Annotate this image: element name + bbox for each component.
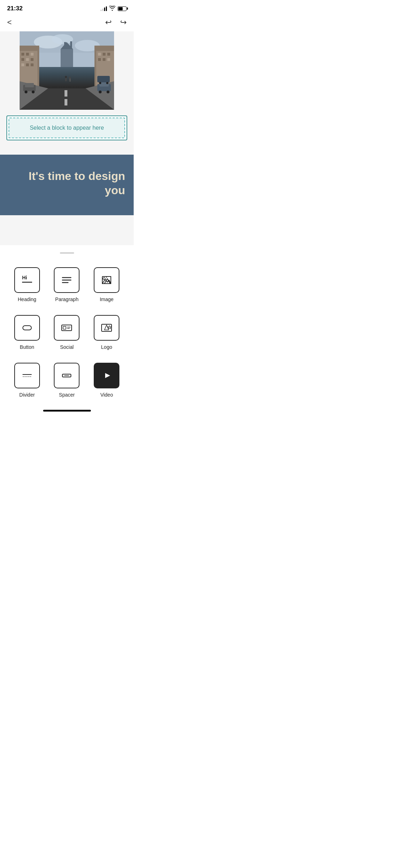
svg-rect-23 — [107, 58, 110, 61]
svg-rect-21 — [98, 58, 101, 61]
block-item-logo[interactable]: Logo — [87, 309, 127, 356]
svg-rect-18 — [98, 53, 101, 56]
svg-rect-22 — [103, 58, 106, 61]
signal-icon — [101, 6, 107, 11]
heading-label: Heading — [18, 296, 36, 302]
divider-label: Divider — [19, 392, 35, 398]
svg-rect-30 — [65, 99, 67, 105]
status-time: 21:32 — [7, 5, 22, 12]
logo-label: Logo — [101, 344, 112, 350]
select-block-outer[interactable]: Select a block to appear here — [6, 115, 127, 140]
nav-bar: < ↩ ↪ — [0, 15, 134, 31]
nav-actions: ↩ ↪ — [105, 18, 127, 27]
svg-point-3 — [52, 34, 73, 44]
svg-text:Hi: Hi — [22, 275, 27, 280]
paragraph-label: Paragraph — [55, 296, 78, 302]
social-icon-box — [54, 315, 79, 341]
svg-rect-59 — [63, 326, 66, 329]
svg-marker-63 — [104, 325, 109, 330]
select-block-wrapper[interactable]: Select a block to appear here — [0, 110, 134, 146]
svg-point-56 — [103, 278, 105, 280]
svg-rect-20 — [107, 53, 110, 56]
svg-rect-57 — [23, 326, 31, 330]
banner-text: It's time to design you — [9, 169, 125, 197]
back-button[interactable]: < — [7, 18, 12, 27]
panel-handle — [60, 252, 74, 254]
svg-point-42 — [99, 82, 101, 84]
banner-section: It's time to design you — [0, 155, 134, 215]
spacer-icon-box — [54, 363, 79, 388]
logo-icon-box — [94, 315, 119, 341]
svg-point-45 — [65, 76, 67, 78]
svg-marker-68 — [105, 373, 110, 378]
main-content: Select a block to appear here It's time … — [0, 31, 134, 245]
svg-rect-27 — [70, 41, 72, 49]
block-item-paragraph[interactable]: Paragraph — [47, 261, 87, 309]
block-grid: Hi Heading Paragraph — [0, 261, 134, 404]
street-image — [20, 31, 114, 110]
divider-icon-box — [14, 363, 40, 388]
svg-point-47 — [69, 77, 71, 79]
svg-rect-44 — [65, 78, 67, 81]
block-item-spacer[interactable]: Spacer — [47, 356, 87, 404]
block-item-button[interactable]: Button — [7, 309, 47, 356]
spacer-label: Spacer — [59, 392, 74, 398]
svg-rect-29 — [65, 90, 67, 97]
svg-rect-46 — [70, 78, 71, 82]
status-bar: 21:32 — [0, 0, 134, 15]
bottom-panel: Hi Heading Paragraph — [0, 248, 134, 412]
svg-point-39 — [99, 91, 102, 93]
block-item-divider[interactable]: Divider — [7, 356, 47, 404]
button-icon-box — [14, 315, 40, 341]
heading-icon-box: Hi — [14, 267, 40, 293]
block-item-heading[interactable]: Hi Heading — [7, 261, 47, 309]
svg-rect-19 — [103, 53, 106, 56]
svg-rect-41 — [97, 76, 110, 82]
video-label: Video — [100, 392, 113, 398]
svg-rect-15 — [31, 63, 34, 66]
battery-icon — [118, 6, 127, 11]
svg-rect-24 — [61, 49, 73, 67]
svg-rect-10 — [21, 58, 24, 61]
image-icon-box — [94, 267, 119, 293]
svg-point-36 — [32, 91, 35, 93]
paragraph-icon-box — [54, 267, 79, 293]
status-icons — [101, 6, 127, 12]
svg-rect-8 — [26, 53, 29, 56]
video-icon-box — [94, 363, 119, 388]
svg-rect-14 — [26, 63, 29, 66]
svg-point-43 — [106, 82, 108, 84]
svg-rect-7 — [21, 53, 24, 56]
home-indicator — [43, 410, 91, 412]
wifi-icon — [109, 6, 115, 12]
redo-button[interactable]: ↪ — [120, 18, 127, 27]
undo-button[interactable]: ↩ — [105, 18, 112, 27]
svg-rect-11 — [26, 58, 29, 61]
svg-rect-9 — [31, 53, 34, 56]
block-item-image[interactable]: Image — [87, 261, 127, 309]
block-item-video[interactable]: Video — [87, 356, 127, 404]
image-label: Image — [100, 296, 114, 302]
svg-rect-26 — [64, 42, 66, 49]
select-block-text: Select a block to appear here — [30, 125, 104, 131]
svg-point-40 — [107, 91, 109, 93]
block-item-social[interactable]: Social — [47, 309, 87, 356]
button-label: Button — [20, 344, 34, 350]
social-label: Social — [60, 344, 73, 350]
select-block-inner[interactable]: Select a block to appear here — [9, 118, 125, 138]
svg-rect-34 — [25, 83, 34, 87]
svg-rect-12 — [31, 58, 34, 61]
svg-rect-13 — [21, 63, 24, 66]
svg-point-35 — [25, 91, 27, 93]
